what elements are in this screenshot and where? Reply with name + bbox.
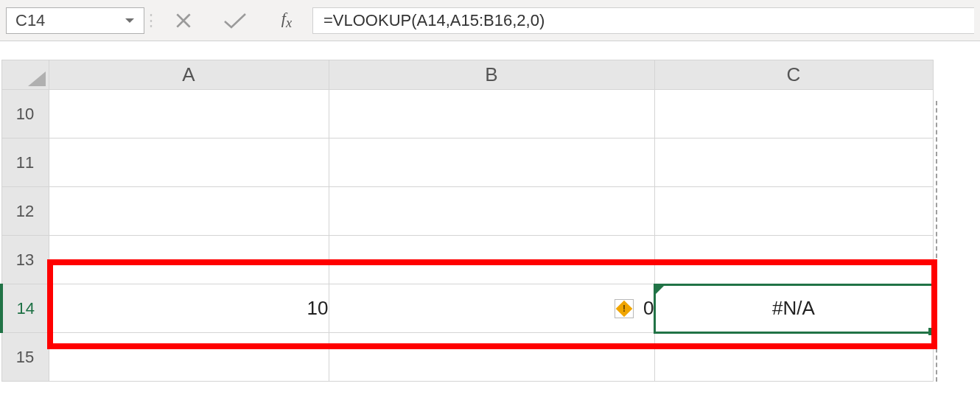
warning-diamond-icon[interactable]: [615, 299, 634, 318]
row-13: 13: [1, 236, 933, 284]
row-header-10[interactable]: 10: [1, 90, 49, 139]
row-15: 15: [1, 333, 933, 382]
column-header-C[interactable]: C: [654, 60, 933, 90]
cell-B11[interactable]: [329, 139, 654, 187]
cell-A14[interactable]: 10: [49, 284, 329, 333]
formula-text: =VLOOKUP(A14,A15:B16,2,0): [323, 11, 545, 30]
cell-B10[interactable]: [329, 90, 654, 139]
enter-formula-button[interactable]: [209, 6, 261, 35]
cell-B14-value: 0: [643, 297, 654, 319]
row-header-11[interactable]: 11: [1, 139, 49, 187]
x-icon: [174, 11, 193, 30]
sheet-table: A B C 10 11 12: [0, 60, 934, 382]
cell-B13[interactable]: [329, 236, 654, 284]
formula-input[interactable]: =VLOOKUP(A14,A15:B16,2,0): [312, 7, 974, 34]
cell-C12[interactable]: [654, 187, 933, 236]
name-box-value: C14: [15, 11, 45, 30]
insert-function-button[interactable]: fx: [261, 6, 312, 35]
check-icon: [223, 12, 248, 29]
cell-A12[interactable]: [49, 187, 329, 236]
row-11: 11: [1, 139, 933, 187]
cell-C15[interactable]: [654, 333, 933, 382]
chevron-down-icon[interactable]: [123, 14, 136, 27]
print-area-edge: [936, 101, 937, 382]
formula-bar: C14 ⋮ fx =VLOOKUP(A14,A15:B16,2,0): [0, 0, 980, 41]
row-header-13[interactable]: 13: [1, 236, 49, 284]
column-header-row: A B C: [1, 60, 933, 90]
cell-A11[interactable]: [49, 139, 329, 187]
row-12: 12: [1, 187, 933, 236]
name-box[interactable]: C14: [6, 7, 144, 34]
spreadsheet-grid: A B C 10 11 12: [0, 41, 980, 382]
column-header-A[interactable]: A: [49, 60, 329, 90]
cell-B12[interactable]: [329, 187, 654, 236]
row-10: 10: [1, 90, 933, 139]
separator-icon: ⋮: [144, 11, 158, 30]
row-14: 14 10 0 #N/A: [1, 284, 933, 333]
select-all-corner[interactable]: [1, 60, 49, 90]
cell-C11[interactable]: [654, 139, 933, 187]
column-header-B[interactable]: B: [329, 60, 654, 90]
cell-B15[interactable]: [329, 333, 654, 382]
cell-C14[interactable]: #N/A: [654, 284, 933, 333]
cell-C13[interactable]: [654, 236, 933, 284]
cell-C10[interactable]: [654, 90, 933, 139]
cell-A10[interactable]: [49, 90, 329, 139]
cell-A13[interactable]: [49, 236, 329, 284]
cell-A15[interactable]: [49, 333, 329, 382]
row-header-12[interactable]: 12: [1, 187, 49, 236]
cancel-formula-button[interactable]: [158, 6, 209, 35]
fx-icon: fx: [281, 9, 292, 31]
row-header-15[interactable]: 15: [1, 333, 49, 382]
cell-B14[interactable]: 0: [329, 284, 654, 333]
row-header-14[interactable]: 14: [1, 284, 49, 333]
